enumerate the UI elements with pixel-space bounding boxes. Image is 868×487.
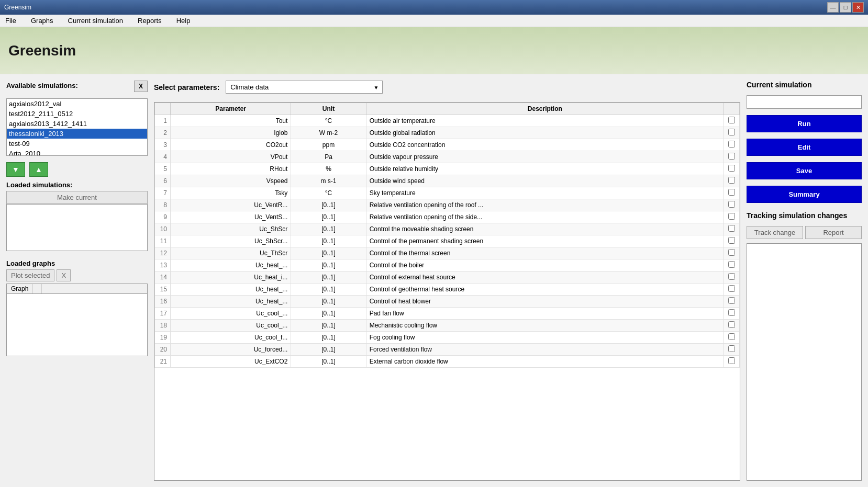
row-checkbox[interactable] xyxy=(728,285,735,292)
row-checkbox-cell[interactable] xyxy=(724,259,740,271)
row-unit: [0..1] xyxy=(291,271,366,284)
row-checkbox-cell[interactable] xyxy=(724,344,740,356)
row-checkbox[interactable] xyxy=(728,321,735,328)
row-checkbox[interactable] xyxy=(728,309,735,316)
summary-button[interactable]: Summary xyxy=(747,186,862,203)
row-param: Iglob xyxy=(171,127,291,139)
row-checkbox-cell[interactable] xyxy=(724,284,740,296)
row-checkbox-cell[interactable] xyxy=(724,235,740,247)
row-checkbox-cell[interactable] xyxy=(724,211,740,223)
row-checkbox-cell[interactable] xyxy=(724,115,740,127)
param-dropdown[interactable]: Climate dataCrop dataEnergy dataControl … xyxy=(226,81,383,94)
plot-selected-button[interactable]: Plot selected xyxy=(6,269,54,281)
row-checkbox-cell[interactable] xyxy=(724,175,740,187)
row-num: 3 xyxy=(155,139,171,151)
row-param: Tsky xyxy=(171,187,291,199)
sim-list-item[interactable]: thessaloniki_2013 xyxy=(7,129,147,139)
th-parameter: Parameter xyxy=(171,103,291,115)
row-checkbox[interactable] xyxy=(728,165,735,172)
run-button[interactable]: Run xyxy=(747,115,862,132)
row-checkbox[interactable] xyxy=(728,117,735,123)
current-sim-input[interactable] xyxy=(747,95,862,109)
row-checkbox-cell[interactable] xyxy=(724,308,740,320)
plot-x-button[interactable]: X xyxy=(57,269,71,281)
row-checkbox-cell[interactable] xyxy=(724,187,740,199)
app-title: Greensim xyxy=(8,42,76,59)
row-checkbox-cell[interactable] xyxy=(724,163,740,175)
menu-item-reports[interactable]: Reports xyxy=(135,16,165,26)
row-checkbox-cell[interactable] xyxy=(724,247,740,259)
sim-list-item[interactable]: test-09 xyxy=(7,139,147,149)
row-checkbox-cell[interactable] xyxy=(724,332,740,344)
loaded-sim-list[interactable] xyxy=(6,204,148,251)
row-checkbox[interactable] xyxy=(728,297,735,304)
row-checkbox[interactable] xyxy=(728,345,735,352)
move-down-button[interactable]: ▼ xyxy=(6,162,25,177)
close-button[interactable]: ✕ xyxy=(852,2,864,13)
graph-list-body[interactable] xyxy=(6,293,148,356)
row-checkbox[interactable] xyxy=(728,201,735,208)
row-checkbox-cell[interactable] xyxy=(724,199,740,211)
table-row: 19 Uc_cool_f... [0..1] Fog cooling flow xyxy=(155,332,740,344)
sim-list-item[interactable]: agxialos2012_val xyxy=(7,99,147,109)
row-checkbox-cell[interactable] xyxy=(724,139,740,151)
row-checkbox[interactable] xyxy=(728,213,735,220)
tracking-log xyxy=(747,243,862,481)
table-row: 14 Uc_heat_i... [0..1] Control of extern… xyxy=(155,271,740,284)
row-unit: W m-2 xyxy=(291,127,366,139)
row-checkbox-cell[interactable] xyxy=(724,271,740,284)
menu-item-graphs[interactable]: Graphs xyxy=(28,16,57,26)
row-checkbox[interactable] xyxy=(728,177,735,184)
row-unit: [0..1] xyxy=(291,223,366,235)
save-button[interactable]: Save xyxy=(747,162,862,179)
row-param: Uc_heat_i... xyxy=(171,271,291,284)
row-num: 9 xyxy=(155,211,171,223)
row-checkbox-cell[interactable] xyxy=(724,296,740,308)
select-params-label: Select parameters: xyxy=(154,83,219,92)
report-button[interactable]: Report xyxy=(805,226,862,239)
row-desc: Control of external heat source xyxy=(366,271,724,284)
row-checkbox[interactable] xyxy=(728,141,735,148)
row-checkbox[interactable] xyxy=(728,333,735,340)
row-param: Uc_ShScr xyxy=(171,223,291,235)
row-param: Uc_ThScr xyxy=(171,247,291,259)
sim-list-item[interactable]: Arta_2010 xyxy=(7,149,147,156)
loaded-simulations-section: Loaded simulations: Make current xyxy=(6,181,148,251)
row-checkbox[interactable] xyxy=(728,249,735,256)
maximize-button[interactable]: □ xyxy=(840,2,851,13)
row-checkbox-cell[interactable] xyxy=(724,223,740,235)
row-param: Uc_VentS... xyxy=(171,211,291,223)
sim-list-item[interactable]: agxialos2013_1412_1411 xyxy=(7,119,147,129)
row-checkbox[interactable] xyxy=(728,357,735,364)
move-up-button[interactable]: ▲ xyxy=(29,162,48,177)
row-checkbox-cell[interactable] xyxy=(724,320,740,332)
row-checkbox[interactable] xyxy=(728,153,735,160)
table-row: 2 Iglob W m-2 Outside global radiation xyxy=(155,127,740,139)
sim-list-item[interactable]: test2012_2111_0512 xyxy=(7,109,147,119)
row-desc: Control of the boiler xyxy=(366,259,724,271)
row-unit: °C xyxy=(291,187,366,199)
row-checkbox[interactable] xyxy=(728,129,735,135)
row-num: 11 xyxy=(155,235,171,247)
minimize-button[interactable]: — xyxy=(827,2,839,13)
menu-item-file[interactable]: File xyxy=(2,16,19,26)
row-checkbox-cell[interactable] xyxy=(724,356,740,368)
row-checkbox-cell[interactable] xyxy=(724,151,740,163)
make-current-button[interactable]: Make current xyxy=(6,191,148,204)
app-header: Greensim xyxy=(0,27,868,74)
edit-button[interactable]: Edit xyxy=(747,139,862,156)
row-checkbox[interactable] xyxy=(728,273,735,280)
row-param: Uc_cool_... xyxy=(171,308,291,320)
menu-item-help[interactable]: Help xyxy=(173,16,194,26)
row-checkbox[interactable] xyxy=(728,189,735,196)
simulation-list[interactable]: agxialos2012_valtest2012_2111_0512agxial… xyxy=(6,98,148,156)
menu-item-current-simulation[interactable]: Current simulation xyxy=(65,16,127,26)
row-checkbox[interactable] xyxy=(728,225,735,232)
row-checkbox-cell[interactable] xyxy=(724,127,740,139)
row-checkbox[interactable] xyxy=(728,261,735,268)
close-sim-button[interactable]: X xyxy=(134,81,148,92)
tracking-label: Tracking simulation changes xyxy=(747,211,862,220)
track-change-button[interactable]: Track change xyxy=(747,226,803,239)
table-row: 9 Uc_VentS... [0..1] Relative ventilatio… xyxy=(155,211,740,223)
row-checkbox[interactable] xyxy=(728,237,735,244)
